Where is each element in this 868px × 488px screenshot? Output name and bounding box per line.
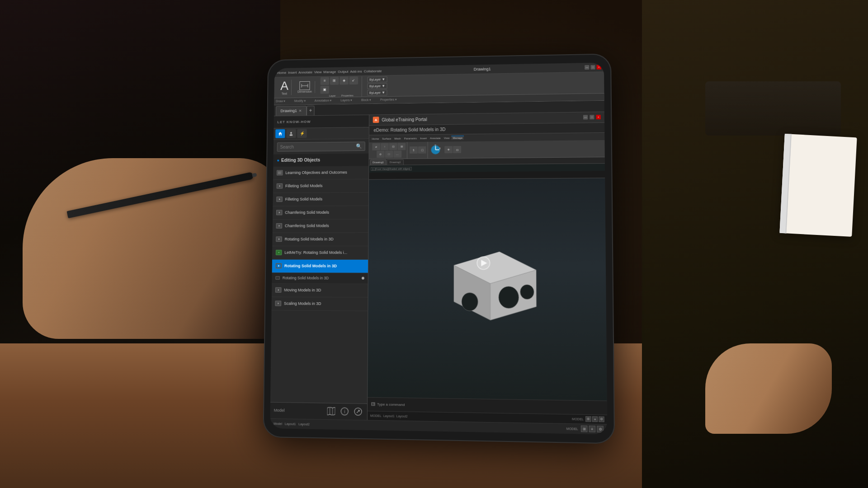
portal-maximize[interactable]: □ [590, 115, 594, 120]
list-item[interactable]: Filleting Solid Models [273, 179, 368, 193]
autocad-menu-home[interactable]: Home [277, 70, 287, 75]
layout2-tab[interactable]: Layout2 [396, 414, 408, 418]
list-item[interactable]: Rotating Solid Models in 3D [272, 233, 368, 246]
learning-icon [277, 170, 283, 176]
list-item[interactable]: Filleting Solid Models [273, 192, 368, 206]
play-button-group[interactable] [477, 257, 490, 269]
mini-tools-row2: ⊘ □ … [377, 150, 401, 158]
bylayer-lineweight[interactable]: ByLayer ▼ [367, 90, 387, 96]
outer-list-btn[interactable]: ≡ [589, 426, 595, 432]
outer-model-label[interactable]: Model [274, 422, 282, 425]
export-icon-btn[interactable] [353, 406, 363, 418]
mini-tab-view[interactable]: View [443, 136, 451, 140]
ribbon-misc-tools: ≡ ⊞ ◈ ↙ ▣ Layer Properties [318, 76, 362, 97]
list-item[interactable]: Chamfering Solid Models [273, 220, 368, 233]
window-maximize[interactable]: □ [590, 65, 595, 70]
model-tab[interactable]: MODEL [370, 414, 382, 418]
search-icon[interactable]: 🔍 [356, 143, 362, 149]
mini-tool-presspull[interactable]: ⊡ [389, 143, 397, 150]
mini-viewport-area: [-] [Front View][Shaded with edges] [369, 164, 605, 173]
person-icon [289, 131, 293, 136]
mini-drawing-tab1[interactable]: Drawing1 [370, 160, 387, 165]
mini-tab-mesh[interactable]: Mesh [393, 137, 402, 141]
bylayer-linetype[interactable]: ByLayer ▼ [367, 83, 387, 89]
mini-tab-home[interactable]: Home [371, 137, 381, 141]
list-item[interactable]: Learning Objectives and Outcomes [273, 166, 368, 180]
viewport-controls: ⊞ ≡ ⚙ [585, 417, 604, 422]
bylayer-color[interactable]: ByLayer ▼ [367, 76, 387, 82]
properties-icon[interactable]: ⊞ [330, 77, 339, 85]
view-tools: 👁 ⊡ [444, 146, 461, 154]
svg-text:i: i [344, 409, 345, 414]
mini-section-view[interactable]: ☐ [418, 146, 426, 154]
chamfering1-label: Chamfering Solid Models [285, 210, 365, 215]
mini-tool-solid[interactable]: □ [385, 150, 393, 158]
list-view-btn[interactable]: ≡ [592, 417, 598, 422]
mini-tool-cylinder[interactable]: ⌀ [372, 143, 380, 150]
new-tab-button[interactable]: + [307, 106, 315, 116]
mini-section-plane[interactable]: § [410, 146, 418, 154]
autocad-menu-collaborate[interactable]: Collaborate [364, 69, 382, 73]
block-icon[interactable]: ▣ [320, 85, 329, 94]
block-label: Block ▾ [361, 99, 372, 102]
window-minimize[interactable]: — [585, 65, 589, 70]
autocad-menu-addins[interactable]: Add-ins [350, 69, 362, 73]
portal-minimize[interactable]: — [583, 115, 588, 120]
layout1-tab[interactable]: Layout1 [383, 414, 395, 418]
mini-tab-surface[interactable]: Surface [381, 137, 392, 141]
info-icon-btn[interactable]: i [339, 406, 350, 418]
person-icon-btn[interactable] [286, 129, 296, 138]
sub-list-item[interactable]: Rotating Solid Models in 3D [272, 273, 368, 284]
autocad-menu-output[interactable]: Output [338, 70, 348, 74]
outer-grid-btn[interactable]: ⊞ [581, 426, 588, 432]
list-item[interactable]: Moving Models in 3D [272, 284, 368, 298]
arm-area [23, 158, 285, 339]
autocad-menu-manage[interactable]: Manage [323, 70, 336, 74]
main-3d-viewport[interactable] [368, 178, 607, 400]
mini-tab-insert[interactable]: Insert [419, 136, 428, 140]
lightning-icon-btn[interactable]: ⚡ [297, 129, 307, 138]
mini-tool-separate[interactable]: ⊘ [377, 151, 385, 158]
outer-settings-btn[interactable]: ⚙ [597, 426, 604, 433]
list-item[interactable]: Chamfering Solid Models [273, 206, 368, 220]
spacer [410, 416, 570, 419]
settings-btn[interactable]: ⚙ [599, 417, 604, 422]
mini-drawing-tab2[interactable]: Drawing1 [387, 160, 404, 165]
mini-tab-parametric[interactable]: Parametric [403, 136, 419, 140]
match-icon[interactable]: ◈ [340, 76, 349, 84]
section-header[interactable]: ● Editing 3D Objects [274, 154, 369, 167]
mini-tab-annotate[interactable]: Annotate [429, 136, 442, 140]
insert-icon[interactable]: ↙ [349, 76, 358, 84]
sub-item-dot [362, 277, 364, 280]
mini-tool-more[interactable]: … [393, 150, 401, 158]
right-hand [705, 343, 832, 434]
course-panel: LET KNOW-HOW [270, 115, 369, 420]
mini-unsaved-view[interactable]: 👁 [444, 146, 453, 154]
bylayer-dropdowns: ByLayer ▼ ByLayer ▼ ByLayer ▼ [365, 76, 389, 96]
video-icon-svg3 [277, 211, 282, 215]
svg-marker-3 [278, 132, 282, 136]
layer-icon[interactable]: ≡ [320, 77, 329, 85]
list-item[interactable]: LetMeTry: Rotating Solid Models i... [272, 246, 368, 260]
home-icon-btn[interactable] [275, 129, 285, 138]
window-close[interactable]: × [597, 65, 601, 70]
drawing1-tab[interactable]: Drawing1 ✕ [276, 106, 307, 116]
search-input[interactable] [280, 144, 354, 149]
mini-tab-manage[interactable]: Manage [452, 136, 464, 140]
list-item[interactable]: Scaling Models in 3D [272, 297, 368, 311]
mini-tool-extract[interactable]: ⊞ [397, 143, 406, 150]
outer-layout1[interactable]: Layout1 [285, 422, 296, 425]
autocad-menu-view[interactable]: View [314, 70, 322, 74]
drawing1-close[interactable]: ✕ [299, 109, 302, 113]
grid-view-btn[interactable]: ⊞ [585, 417, 591, 422]
mini-tool-extrude[interactable]: ↑ [381, 143, 389, 150]
autocad-menu-annotate[interactable]: Annotate [298, 70, 312, 74]
autocad-menu-insert[interactable]: Insert [288, 70, 297, 75]
layers-label: Layers ▾ [340, 99, 352, 102]
course-list[interactable]: ● Editing 3D Objects [270, 154, 368, 404]
active-list-item[interactable]: Rotating Solid Models in 3D [272, 260, 368, 273]
portal-close[interactable]: × [596, 115, 600, 120]
map-icon-btn[interactable] [326, 406, 337, 417]
outer-layout2[interactable]: Layout2 [298, 422, 310, 426]
mini-single-viewport[interactable]: ⊡ [453, 146, 461, 154]
